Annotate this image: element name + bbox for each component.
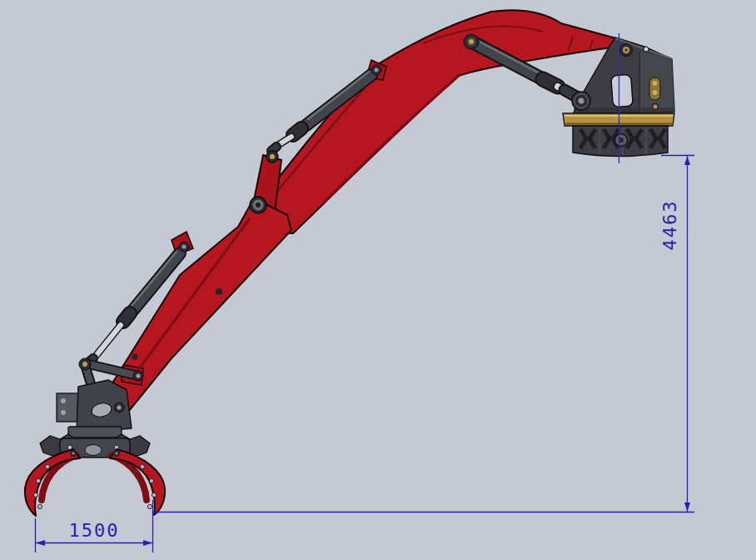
- grapple-cylinder-anchor-pin: [179, 242, 189, 252]
- opening-arrow-right: [143, 540, 152, 546]
- slot-bolt-2: [653, 90, 658, 95]
- mount-gold-dot: [652, 103, 659, 111]
- cad-viewport[interactable]: 4463 1500: [0, 0, 756, 560]
- mount-cylinder-lug: [572, 92, 590, 110]
- mount-cutout: [611, 74, 634, 108]
- rotator-plate: [68, 427, 122, 438]
- height-dimension-label[interactable]: 4463: [659, 200, 680, 251]
- stick-cylinder-anchor-pin: [371, 65, 381, 75]
- head-block-hole-1: [61, 398, 66, 403]
- mount-small-hole: [644, 47, 649, 52]
- grapple-rotator[interactable]: [40, 427, 150, 458]
- height-arrow-bottom: [684, 502, 690, 512]
- opening-arrow-left: [36, 540, 45, 546]
- grapple-claws[interactable]: [25, 449, 165, 516]
- stick-bolt-1: [216, 288, 222, 295]
- elbow-pin: [250, 197, 266, 213]
- stick-tip-pin: [114, 402, 124, 412]
- height-arrow-top: [684, 156, 690, 165]
- stick-bolt-2: [132, 354, 138, 360]
- claw-right[interactable]: [110, 449, 165, 515]
- rod-end-pin: [79, 358, 91, 370]
- mount-top-bolt: [620, 44, 633, 57]
- opening-dimension-label[interactable]: 1500: [69, 520, 120, 541]
- head-block-hole-2: [61, 410, 66, 415]
- stick-lug-pin: [266, 151, 278, 162]
- link-pin: [133, 371, 143, 381]
- claw-left[interactable]: [25, 449, 80, 516]
- drum-center-hole: [615, 134, 628, 147]
- boom-cylinder-anchor-pin: [464, 34, 479, 49]
- slot-bolt-1: [653, 81, 658, 86]
- head-side-block: [57, 393, 78, 422]
- hub-arch: [85, 445, 102, 456]
